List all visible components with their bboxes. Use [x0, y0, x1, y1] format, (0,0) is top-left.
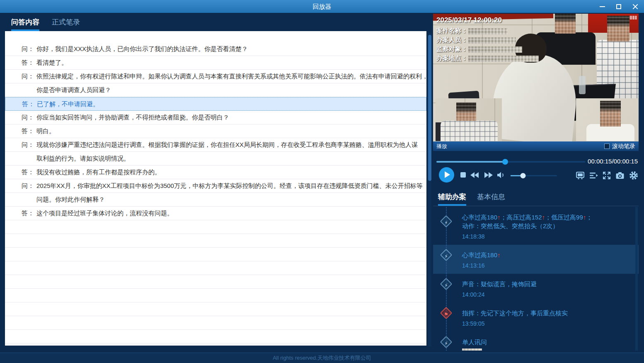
alert-text: 声音：疑似谎言，掩饰回避: [462, 280, 634, 288]
seek-bar[interactable]: [436, 161, 586, 163]
volume-slider[interactable]: [511, 175, 557, 176]
tab-basic-info[interactable]: 基本信息: [477, 192, 505, 206]
qa-row[interactable]: 答：明白。: [5, 124, 426, 138]
volume-handle[interactable]: [521, 173, 526, 178]
lightning-icon: ⚡: [440, 278, 453, 290]
pip-camera-right[interactable]: [576, 98, 639, 141]
qa-empty-row: [5, 261, 426, 275]
qa-row[interactable]: 你是否申请调查人员回避？: [5, 83, 426, 97]
maximize-button[interactable]: [613, 2, 624, 11]
monitor-button[interactable]: [575, 171, 585, 180]
qa-speaker-prefix: 答：: [22, 56, 36, 69]
stop-button[interactable]: [460, 172, 466, 178]
alert-item[interactable]: ⚑指挥：先记下这个地方，事后重点核实13:59:05: [433, 303, 639, 332]
alerts-scrollbar[interactable]: [635, 207, 638, 351]
fullscreen-button[interactable]: [602, 171, 612, 180]
qa-text: 已了解，不申请回避。: [37, 100, 99, 107]
fast-forward-button[interactable]: [484, 172, 493, 180]
qa-text: 现就你涉嫌严重违纪违法问题进行调查。根据我们掌握的证据，你在担任XX局局长期间，…: [36, 141, 418, 148]
rewind-button[interactable]: [470, 172, 479, 180]
qa-text: 你好，我们是XXX执法人员，已向你出示了我们的执法证件。你是否看清楚？: [36, 45, 248, 52]
qa-text: 看清楚了。: [36, 59, 68, 66]
left-tab-bar: 问答内容 正式笔录: [11, 17, 80, 31]
alert-timeline[interactable]: ⚡心率过高180↑；高压过高152↑；低压过高99↑；动作：突然低头、突然抬头（…: [433, 207, 639, 351]
qa-text: 我没有收过贿赂，所有工作都是按程序办的。: [36, 168, 161, 175]
qa-text: 明白。: [36, 127, 55, 134]
snapshot-button[interactable]: [615, 171, 625, 180]
alert-item-selected[interactable]: ⚡心率过高180↑14:13:16: [433, 245, 639, 274]
qa-transcript-panel[interactable]: 问：你好，我们是XXX执法人员，已向你出示了我们的执法证件。你是否看清楚？答：看…: [5, 31, 426, 346]
qa-row[interactable]: 答：这个项目是经过班子集体讨论的，流程没有问题。: [5, 207, 426, 220]
alert-time: 13:59:05: [462, 320, 634, 327]
player-strip: 播放 滚动笔录: [433, 141, 639, 151]
fast-forward-icon: [489, 172, 493, 178]
lightning-icon: ⚡: [440, 215, 453, 228]
fast-forward-icon: [484, 172, 489, 178]
volume-button[interactable]: [496, 170, 506, 182]
alert-thumbnail[interactable]: [462, 348, 482, 351]
qa-row[interactable]: 答：我没有收过贿赂，所有工作都是按程序办的。: [5, 166, 426, 179]
qa-text: 问题。你对此作何解释？: [36, 196, 105, 203]
speaker-icon: [496, 170, 506, 180]
scroll-transcript-checkbox[interactable]: [604, 144, 610, 149]
case-officer-label: 办案人员：: [436, 36, 467, 43]
up-arrow-icon: ↑: [542, 214, 545, 221]
qa-speaker-prefix: 问：: [22, 42, 36, 56]
qa-empty-row: [5, 330, 426, 344]
person: [441, 121, 498, 141]
scrollbar-thumb[interactable]: [428, 35, 431, 181]
gear-icon: [629, 171, 639, 180]
tab-qa-content[interactable]: 问答内容: [11, 17, 39, 31]
alert-time: 14:13:16: [462, 262, 634, 269]
copyright-footer: All rights reserved.天地伟业技术有限公司: [0, 353, 644, 363]
qa-row[interactable]: 答：看清楚了。: [5, 56, 426, 70]
scroll-transcript-label: 滚动笔录: [612, 143, 635, 150]
alert-item[interactable]: ⚡声音：疑似谎言，掩饰回避14:00:24: [433, 274, 639, 303]
settings-button[interactable]: [629, 171, 639, 180]
case-location-label: 办案地点：: [436, 54, 467, 61]
seek-fill: [436, 161, 505, 163]
pip-camera-left[interactable]: [436, 98, 502, 141]
right-tab-bar: 辅助办案 基本信息: [433, 192, 639, 206]
alert-item[interactable]: ⚡单人讯问: [433, 332, 639, 351]
tab-assisted-casework[interactable]: 辅助办案: [438, 192, 466, 206]
minimize-button[interactable]: [597, 2, 608, 11]
alert-item[interactable]: ⚡心率过高180↑；高压过高152↑；低压过高99↑；动作：突然低头、突然抬头（…: [433, 207, 639, 245]
play-button[interactable]: [439, 167, 454, 183]
alert-time: 14:00:24: [462, 291, 634, 298]
water-bottle: [579, 76, 586, 94]
qa-row-selected[interactable]: 答：已了解，不申请回避。: [5, 97, 426, 111]
playlist-button[interactable]: [588, 171, 598, 180]
qa-row[interactable]: 问：现就你涉嫌严重违纪违法问题进行调查。根据我们掌握的证据，你在担任XX局局长期…: [5, 138, 426, 152]
qa-text: 你是否申请调查人员回避？: [36, 86, 111, 93]
transcript-scrollbar[interactable]: [428, 32, 431, 346]
minimize-icon: [600, 6, 605, 7]
video-timestamp: 2025/03/17 12:00:20: [436, 16, 539, 24]
qa-empty-row: [5, 289, 426, 302]
seek-handle[interactable]: [502, 159, 508, 165]
qa-row[interactable]: 取利益的行为。请如实说明情况。: [5, 152, 426, 166]
qa-row[interactable]: 问：2025年XX月，你审批的XX工程项目中标价为3500万元，中标方为李某实际…: [5, 179, 426, 193]
pixelated-face: [555, 14, 576, 34]
playlist-icon: [588, 171, 598, 180]
close-icon: [632, 4, 638, 10]
alert-text: 心率过高180↑；高压过高152↑；低压过高99↑；: [462, 213, 634, 222]
rewind-icon: [475, 172, 479, 178]
qa-row[interactable]: 问：你应当如实回答询问，并协助调查，不得拒绝或者阻挠。你是否明白？: [5, 111, 426, 124]
tab-formal-transcript[interactable]: 正式笔录: [52, 17, 80, 31]
monitor-icon: [575, 171, 585, 180]
qa-speaker-prefix: 问：: [22, 138, 36, 151]
video-player[interactable]: 2025/03/17 12:00:20 案件名称： 办案人员： 监察对象： 办案…: [433, 14, 639, 141]
alert-text: 指挥：先记下这个地方，事后重点核实: [462, 309, 634, 317]
qa-row[interactable]: 问：你好，我们是XXX执法人员，已向你出示了我们的执法证件。你是否看清楚？: [5, 42, 426, 56]
redacted-value: [468, 28, 508, 34]
redacted-value: [468, 37, 516, 44]
lightning-icon: ⚡: [440, 249, 453, 261]
close-button[interactable]: [630, 2, 641, 11]
lightning-icon: ⚡: [440, 336, 453, 348]
redacted-value: [468, 46, 522, 53]
camera-icon: [615, 171, 625, 180]
qa-row[interactable]: 问：依照法律规定，你有权进行陈述和申辩。如果你认为调查人员与本案有直接利害关系或…: [5, 70, 426, 83]
case-name-label: 案件名称：: [436, 27, 467, 34]
qa-row[interactable]: 问题。你对此作何解释？: [5, 193, 426, 207]
